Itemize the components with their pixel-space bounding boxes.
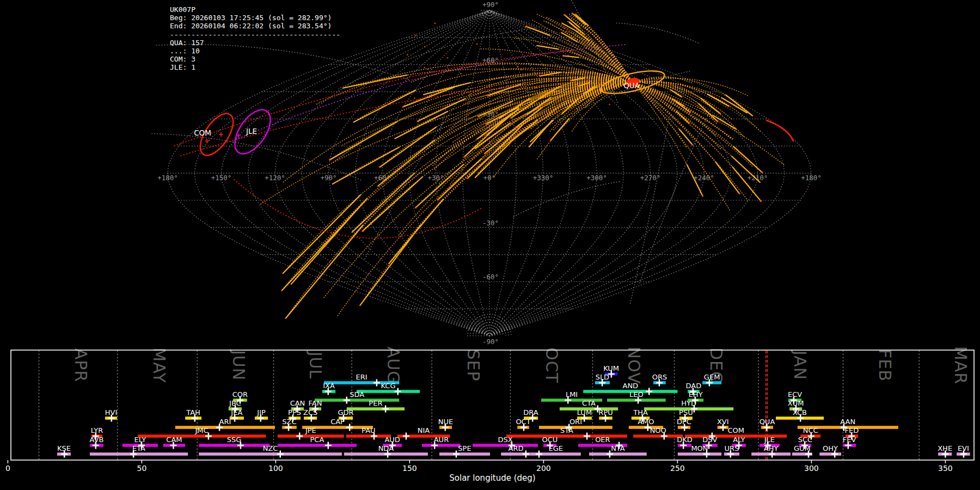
month-label-jun: JUN	[229, 349, 248, 381]
x-tick-label: 300	[804, 464, 819, 473]
shower-szc: SZC	[282, 418, 297, 431]
shower-label: AND	[622, 382, 638, 390]
x-tick-label: 50	[137, 464, 146, 473]
shower-sld: SLD	[595, 373, 610, 387]
shower-label: DSX	[498, 436, 512, 444]
month-label-aug: AUG	[384, 347, 403, 384]
activity-timeline: APRMAYJUNJULAUGSEPOCTNOVDECJANFEBMARKUME…	[5, 346, 974, 483]
meridian-label: +180°	[157, 174, 178, 182]
latitude-label: +90°	[482, 1, 499, 9]
meridian-label: +180°	[801, 174, 822, 182]
com-wrap-arc	[767, 120, 793, 141]
shower-label: PPS	[288, 408, 301, 416]
meridian-label: +270°	[640, 174, 661, 182]
observation-header: UK007PBeg: 20260103 17:25:45 (sol = 282.…	[170, 5, 340, 41]
shower-bar	[315, 399, 399, 402]
radiant-label-qua: QUA	[623, 81, 640, 90]
shower-gum: GUM	[792, 444, 812, 458]
meridian-label: +0°	[483, 174, 496, 182]
shower-qua: QUA	[759, 418, 775, 431]
shower-bar	[199, 444, 270, 447]
shower-label: MON	[691, 444, 708, 452]
shower-count-line: ...: 10	[170, 47, 340, 55]
shower-bar	[347, 407, 405, 411]
shower-xcb: XCB	[776, 408, 824, 422]
shower-jip: JIP	[255, 408, 268, 422]
shower-count-line: COM: 3	[170, 55, 340, 63]
shower-oct: OCT	[516, 418, 530, 431]
shower-hvi: HVI	[105, 408, 118, 422]
shower-bar	[539, 426, 612, 429]
shower-label: JEA	[230, 408, 242, 416]
shower-xvi: XVI	[717, 418, 729, 431]
shower-count-line: QUA: 157	[170, 39, 340, 47]
x-tick-label: 0	[5, 464, 10, 473]
shower-nue: NUE	[438, 418, 453, 431]
shower-avb: AVB	[90, 436, 104, 449]
latitude-label: -60°	[482, 273, 499, 281]
shower-label: JMC	[195, 426, 209, 434]
shower-label: AMO	[638, 418, 654, 426]
shower-ahy: AHY	[751, 444, 791, 458]
shower-peak-marker	[646, 388, 652, 395]
meridian-label: +330°	[533, 174, 554, 182]
shower-label: AVB	[90, 436, 104, 444]
shower-bar	[439, 452, 490, 456]
meridian-label: +240°	[694, 174, 714, 182]
shower-fev: FEV	[843, 436, 856, 449]
shower-label: ERI	[356, 373, 367, 381]
shower-label: TAH	[186, 408, 200, 416]
radiant-label-jle: JLE	[246, 127, 257, 136]
month-label-jul: JUL	[306, 351, 325, 379]
shower-dpc: DPC	[677, 418, 691, 431]
shower-label: ORI	[569, 418, 582, 426]
month-label-may: MAY	[150, 347, 169, 383]
shower-bar	[138, 434, 266, 438]
x-tick-label: 200	[536, 464, 551, 473]
x-tick-label: 350	[938, 464, 953, 473]
month-label-sep: SEP	[464, 349, 483, 381]
shower-label: ELY	[134, 436, 146, 444]
shower-xhe: XHE	[938, 444, 952, 458]
shower-label: PER	[369, 399, 382, 407]
shower-label: JPE	[305, 426, 316, 434]
shower-label: CTA	[582, 399, 596, 407]
shower-count-list: QUA: 157...: 10COM: 3JLE: 1	[170, 39, 340, 41]
shower-label: SZC	[282, 418, 296, 426]
shower-label: GDR	[338, 408, 353, 416]
shower-label: THA	[633, 408, 648, 416]
end-time-line: End: 20260104 06:22:02 (sol = 283.54°)	[170, 22, 340, 30]
shower-label: LYR	[91, 426, 103, 434]
shower-ohy: OHY	[819, 444, 841, 458]
shower-label: PCA	[310, 436, 324, 444]
x-tick-label: 100	[268, 464, 283, 473]
shower-zcs: ZCS	[303, 408, 317, 422]
shower-label: ARD	[509, 444, 524, 452]
shower-kse: KSE	[57, 444, 71, 458]
month-label-mar: MAR	[951, 346, 970, 384]
shower-label: SSG	[227, 436, 242, 444]
shower-label: NZC	[263, 444, 278, 452]
station-id: UK007P	[170, 5, 340, 14]
shower-tah: TAH	[185, 408, 201, 422]
shower-peak-marker	[296, 433, 303, 440]
shower-rpu: RPU	[598, 408, 612, 422]
month-label-nov: NOV	[624, 347, 644, 384]
shower-bar	[90, 452, 188, 456]
shower-label: SPE	[458, 444, 471, 452]
shower-label: AHY	[764, 444, 779, 452]
shower-peak-marker	[403, 433, 409, 440]
shower-peak-marker	[523, 451, 529, 458]
shower-label: IXA	[323, 382, 335, 390]
x-axis-title: Solar longitude (deg)	[449, 473, 535, 483]
com-member-trail-2	[181, 86, 522, 156]
shower-label: STA	[560, 426, 573, 434]
shower-peak-marker	[373, 379, 380, 387]
shower-peak-marker	[382, 406, 389, 413]
shower-ege: EGE	[531, 444, 581, 458]
meridian-label: +90°	[320, 174, 336, 182]
latitude-label: -30°	[482, 219, 499, 227]
shower-bar	[678, 452, 721, 456]
shower-label: ECV	[788, 390, 802, 399]
shower-peak-marker	[536, 451, 542, 458]
